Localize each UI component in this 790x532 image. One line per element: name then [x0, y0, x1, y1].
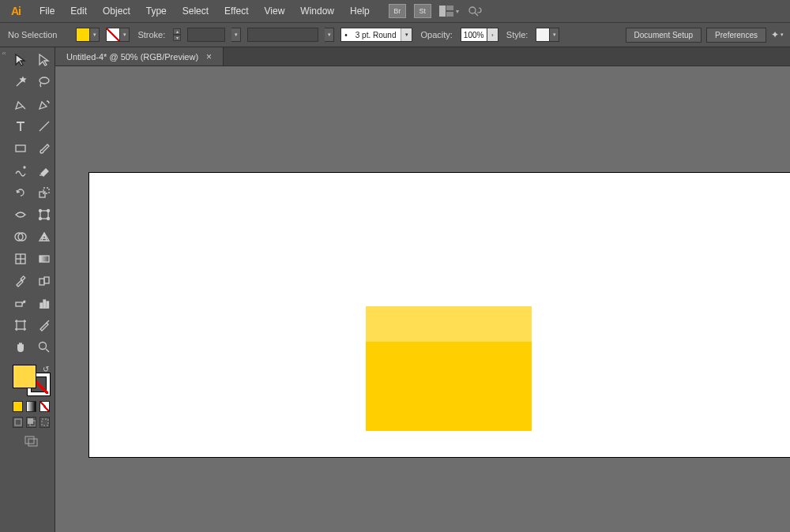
- fill-swatch-group[interactable]: ▾: [76, 28, 100, 42]
- perspective-grid-tool[interactable]: [36, 229, 52, 245]
- shaper-tool[interactable]: [13, 163, 28, 178]
- stroke-weight-stepper[interactable]: ▴▾: [173, 28, 181, 41]
- stroke-weight-dropdown[interactable]: ▾: [231, 28, 241, 42]
- menu-file[interactable]: File: [32, 1, 62, 21]
- rotate-tool[interactable]: [13, 185, 28, 200]
- brush-definition-dropdown[interactable]: • 3 pt. Round ▾: [340, 28, 412, 42]
- slice-tool[interactable]: [36, 317, 52, 333]
- scale-tool[interactable]: [36, 185, 52, 200]
- opacity-input[interactable]: [461, 28, 487, 42]
- graphic-style-swatch[interactable]: [536, 28, 550, 42]
- draw-inside[interactable]: [40, 417, 50, 428]
- svg-rect-2: [446, 12, 453, 17]
- menu-view[interactable]: View: [257, 1, 293, 21]
- eyedropper-tool[interactable]: [13, 273, 28, 289]
- artboard-tool[interactable]: [13, 317, 28, 333]
- svg-rect-1: [446, 6, 453, 10]
- search-adobe-button[interactable]: [467, 5, 483, 17]
- free-transform-tool[interactable]: [36, 207, 52, 223]
- panel-collapse-gutter[interactable]: ‹‹: [0, 47, 8, 532]
- column-graph-tool[interactable]: [36, 295, 52, 311]
- selection-indicator: No Selection: [6, 30, 58, 39]
- blend-tool[interactable]: [36, 273, 52, 289]
- svg-rect-28: [16, 302, 22, 306]
- mesh-tool[interactable]: [13, 251, 28, 267]
- svg-rect-25: [21, 276, 25, 281]
- tab-close-button[interactable]: ×: [206, 51, 212, 62]
- draw-behind[interactable]: [26, 417, 36, 428]
- stroke-weight-field[interactable]: [187, 28, 225, 42]
- selection-tool[interactable]: [13, 52, 28, 68]
- menu-edit[interactable]: Edit: [62, 1, 95, 21]
- width-tool[interactable]: [13, 207, 28, 223]
- svg-point-17: [40, 218, 42, 220]
- color-controls: ↺: [11, 362, 51, 450]
- bridge-button[interactable]: Br: [389, 4, 406, 18]
- svg-rect-0: [439, 6, 446, 17]
- magic-wand-tool[interactable]: [13, 74, 28, 90]
- hand-tool[interactable]: [13, 339, 28, 355]
- document-region: Untitled-4* @ 50% (RGB/Preview) ×: [55, 47, 790, 532]
- fill-color-swatch[interactable]: [76, 28, 90, 42]
- swap-fill-stroke-icon[interactable]: ↺: [43, 365, 49, 373]
- svg-line-42: [47, 320, 49, 323]
- variable-width-dropdown[interactable]: ▾: [325, 28, 334, 42]
- symbol-sprayer-tool[interactable]: [13, 295, 28, 311]
- graphic-style-dropdown[interactable]: ▾: [550, 28, 559, 42]
- paintbrush-tool[interactable]: [36, 140, 52, 156]
- curvature-tool[interactable]: [36, 96, 52, 112]
- color-mode-none[interactable]: [40, 401, 50, 412]
- stock-button[interactable]: St: [414, 4, 431, 18]
- canvas[interactable]: [55, 66, 790, 532]
- rectangle-tool[interactable]: [13, 140, 28, 156]
- draw-normal[interactable]: [13, 417, 23, 428]
- line-segment-tool[interactable]: [36, 118, 52, 134]
- style-label: Style:: [505, 30, 530, 39]
- menu-help[interactable]: Help: [342, 1, 378, 21]
- canvas-rect-main[interactable]: [366, 342, 532, 431]
- lasso-tool[interactable]: [36, 74, 52, 90]
- arrange-documents-icon: [439, 6, 453, 17]
- control-bar: No Selection ▾ ▾ Stroke: ▴▾ ▾ ▾ • 3 pt. …: [0, 22, 790, 47]
- variable-width-profile[interactable]: [247, 28, 318, 42]
- svg-point-16: [47, 210, 50, 212]
- type-tool[interactable]: [13, 118, 28, 134]
- fill-stroke-indicator[interactable]: ↺: [13, 365, 51, 396]
- menu-window[interactable]: Window: [292, 1, 342, 21]
- svg-point-10: [24, 167, 25, 168]
- menu-type[interactable]: Type: [138, 1, 175, 21]
- zoom-tool[interactable]: [36, 339, 52, 355]
- stroke-swatch-group[interactable]: ▾: [106, 28, 130, 42]
- svg-line-7: [23, 107, 25, 109]
- canvas-rect-top[interactable]: [366, 306, 532, 343]
- svg-line-8: [40, 122, 49, 131]
- document-tab[interactable]: Untitled-4* @ 50% (RGB/Preview) ×: [55, 47, 224, 66]
- fill-dropdown[interactable]: ▾: [90, 28, 100, 42]
- color-mode-gradient[interactable]: [26, 401, 36, 412]
- gradient-tool[interactable]: [36, 251, 52, 267]
- screen-mode-button[interactable]: [13, 436, 50, 447]
- menubar-right-cluster: Br St ▾: [389, 4, 483, 18]
- eraser-tool[interactable]: [36, 163, 52, 178]
- screen-mode-icon: [24, 436, 39, 447]
- preferences-button[interactable]: Preferences: [706, 28, 766, 43]
- arrange-documents-button[interactable]: ▾: [439, 6, 459, 17]
- opacity-dropdown[interactable]: ›: [487, 28, 498, 42]
- opacity-field[interactable]: ›: [461, 28, 498, 42]
- menu-effect[interactable]: Effect: [216, 1, 256, 21]
- search-cloud-icon: [467, 5, 483, 17]
- menu-object[interactable]: Object: [95, 1, 138, 21]
- color-mode-solid[interactable]: [13, 401, 23, 412]
- stroke-dropdown[interactable]: ▾: [120, 28, 130, 42]
- menu-select[interactable]: Select: [175, 1, 216, 21]
- shape-builder-tool[interactable]: [13, 229, 28, 245]
- draw-mode-row: [13, 417, 50, 428]
- pen-tool[interactable]: [13, 96, 28, 112]
- fill-box[interactable]: [13, 365, 36, 388]
- document-setup-button[interactable]: Document Setup: [626, 28, 702, 43]
- svg-rect-24: [40, 256, 49, 262]
- graphic-style-group[interactable]: ▾: [536, 28, 559, 42]
- stroke-color-swatch[interactable]: [106, 28, 120, 42]
- direct-selection-tool[interactable]: [36, 52, 52, 68]
- align-to-button[interactable]: ✦▾: [771, 29, 784, 40]
